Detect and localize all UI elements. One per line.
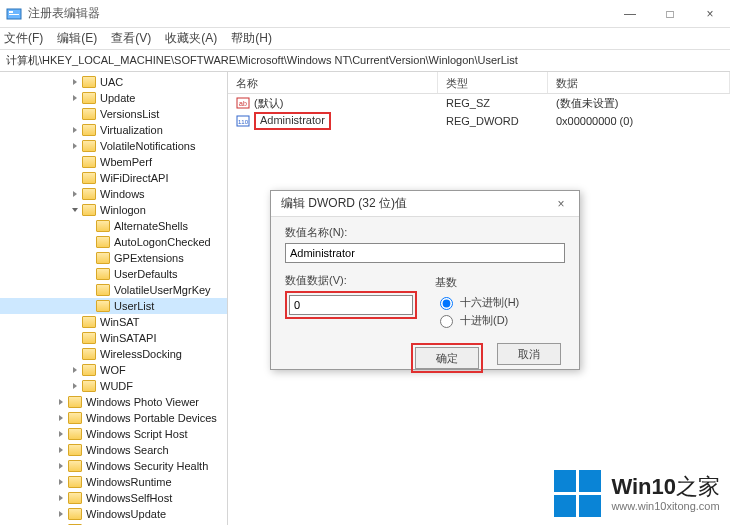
folder-icon bbox=[82, 172, 96, 184]
watermark-brand: Win10之家 bbox=[611, 475, 720, 499]
tree-node[interactable]: Virtualization bbox=[0, 122, 227, 138]
dword-value-icon: 110 bbox=[236, 114, 250, 128]
folder-icon bbox=[82, 364, 96, 376]
chevron-right-icon[interactable] bbox=[70, 77, 80, 87]
tree-node[interactable]: WiFiDirectAPI bbox=[0, 170, 227, 186]
minimize-button[interactable]: — bbox=[610, 0, 650, 28]
folder-icon bbox=[82, 348, 96, 360]
tree-node[interactable]: AlternateShells bbox=[0, 218, 227, 234]
col-name[interactable]: 名称 bbox=[228, 72, 438, 93]
menu-help[interactable]: 帮助(H) bbox=[231, 30, 272, 47]
twister-none bbox=[84, 237, 94, 247]
dialog-close-icon[interactable]: × bbox=[549, 197, 573, 211]
folder-icon bbox=[96, 284, 110, 296]
value-name: Administrator bbox=[254, 112, 331, 130]
tree-node[interactable]: Windows Search bbox=[0, 442, 227, 458]
radio-dec[interactable] bbox=[440, 315, 453, 328]
tree-label: WindowsRuntime bbox=[86, 474, 172, 490]
tree-node[interactable]: Windows Security Health bbox=[0, 458, 227, 474]
tree-label: WinSAT bbox=[100, 314, 140, 330]
value-data-label: 数值数据(V): bbox=[285, 273, 417, 288]
tree-node[interactable]: Winlogon bbox=[0, 202, 227, 218]
chevron-right-icon[interactable] bbox=[56, 445, 66, 455]
tree-node[interactable]: Windows Portable Devices bbox=[0, 410, 227, 426]
value-name-field[interactable] bbox=[285, 243, 565, 263]
tree-node[interactable]: WbemPerf bbox=[0, 154, 227, 170]
col-type[interactable]: 类型 bbox=[438, 72, 548, 93]
chevron-right-icon[interactable] bbox=[70, 141, 80, 151]
tree-node[interactable]: VersionsList bbox=[0, 106, 227, 122]
chevron-right-icon[interactable] bbox=[56, 397, 66, 407]
tree-node[interactable]: WinSATAPI bbox=[0, 330, 227, 346]
watermark-url: www.win10xitong.com bbox=[611, 500, 720, 512]
tree-node[interactable]: Windows Photo Viewer bbox=[0, 394, 227, 410]
value-row[interactable]: ab(默认)REG_SZ(数值未设置) bbox=[228, 94, 730, 112]
cancel-button[interactable]: 取消 bbox=[497, 343, 561, 365]
tree-node[interactable]: UserList bbox=[0, 298, 227, 314]
tree-node[interactable]: Windows Script Host bbox=[0, 426, 227, 442]
chevron-right-icon[interactable] bbox=[70, 93, 80, 103]
menu-favorites[interactable]: 收藏夹(A) bbox=[165, 30, 217, 47]
string-value-icon: ab bbox=[236, 96, 250, 110]
chevron-right-icon[interactable] bbox=[56, 477, 66, 487]
tree-node[interactable]: Update bbox=[0, 90, 227, 106]
value-name: (默认) bbox=[254, 96, 283, 111]
radio-hex[interactable] bbox=[440, 297, 453, 310]
base-label: 基数 bbox=[435, 275, 565, 290]
tree-node[interactable]: UserDefaults bbox=[0, 266, 227, 282]
chevron-right-icon[interactable] bbox=[70, 125, 80, 135]
value-data-field[interactable] bbox=[289, 295, 413, 315]
tree-node[interactable]: UAC bbox=[0, 74, 227, 90]
column-headers: 名称 类型 数据 bbox=[228, 72, 730, 94]
tree-node[interactable]: WOF bbox=[0, 362, 227, 378]
dialog-titlebar[interactable]: 编辑 DWORD (32 位)值 × bbox=[271, 191, 579, 217]
folder-icon bbox=[68, 412, 82, 424]
svg-text:ab: ab bbox=[239, 100, 247, 107]
tree-label: UAC bbox=[100, 74, 123, 90]
dialog-title: 编辑 DWORD (32 位)值 bbox=[281, 195, 549, 212]
chevron-right-icon[interactable] bbox=[56, 461, 66, 471]
title-bar: 注册表编辑器 — □ × bbox=[0, 0, 730, 28]
tree-node[interactable]: VolatileUserMgrKey bbox=[0, 282, 227, 298]
chevron-right-icon[interactable] bbox=[70, 381, 80, 391]
maximize-button[interactable]: □ bbox=[650, 0, 690, 28]
tree-node[interactable]: WindowsUpdate bbox=[0, 506, 227, 522]
registry-path: 计算机\HKEY_LOCAL_MACHINE\SOFTWARE\Microsof… bbox=[6, 53, 518, 68]
chevron-down-icon[interactable] bbox=[70, 205, 80, 215]
tree-label: WirelessDocking bbox=[100, 346, 182, 362]
folder-icon bbox=[68, 428, 82, 440]
tree-node[interactable]: WinSAT bbox=[0, 314, 227, 330]
chevron-right-icon[interactable] bbox=[56, 493, 66, 503]
close-button[interactable]: × bbox=[690, 0, 730, 28]
tree-node[interactable]: Windows bbox=[0, 186, 227, 202]
value-row[interactable]: 110AdministratorREG_DWORD0x00000000 (0) bbox=[228, 112, 730, 130]
tree-node[interactable]: GPExtensions bbox=[0, 250, 227, 266]
chevron-right-icon[interactable] bbox=[70, 365, 80, 375]
tree-node[interactable]: WindowsSelfHost bbox=[0, 490, 227, 506]
col-data[interactable]: 数据 bbox=[548, 72, 730, 93]
tree-label: WindowsUpdate bbox=[86, 506, 166, 522]
tree-label: Windows Security Health bbox=[86, 458, 208, 474]
tree-node[interactable]: VolatileNotifications bbox=[0, 138, 227, 154]
tree-node[interactable]: WindowsRuntime bbox=[0, 474, 227, 490]
address-bar[interactable]: 计算机\HKEY_LOCAL_MACHINE\SOFTWARE\Microsof… bbox=[0, 50, 730, 72]
menu-view[interactable]: 查看(V) bbox=[111, 30, 151, 47]
tree-label: Windows Search bbox=[86, 442, 169, 458]
tree-node[interactable]: AutoLogonChecked bbox=[0, 234, 227, 250]
chevron-right-icon[interactable] bbox=[56, 429, 66, 439]
ok-button[interactable]: 确定 bbox=[415, 347, 479, 369]
value-name-label: 数值名称(N): bbox=[285, 225, 565, 240]
chevron-right-icon[interactable] bbox=[70, 189, 80, 199]
tree-label: Winlogon bbox=[100, 202, 146, 218]
chevron-right-icon[interactable] bbox=[56, 509, 66, 519]
tree-label: AlternateShells bbox=[114, 218, 188, 234]
tree-view[interactable]: UACUpdateVersionsListVirtualizationVolat… bbox=[0, 72, 228, 525]
menu-edit[interactable]: 编辑(E) bbox=[57, 30, 97, 47]
tree-node[interactable]: WUDF bbox=[0, 378, 227, 394]
menu-file[interactable]: 文件(F) bbox=[4, 30, 43, 47]
tree-node[interactable]: WirelessDocking bbox=[0, 346, 227, 362]
chevron-right-icon[interactable] bbox=[56, 413, 66, 423]
twister-none bbox=[70, 317, 80, 327]
folder-icon bbox=[96, 220, 110, 232]
folder-icon bbox=[96, 236, 110, 248]
